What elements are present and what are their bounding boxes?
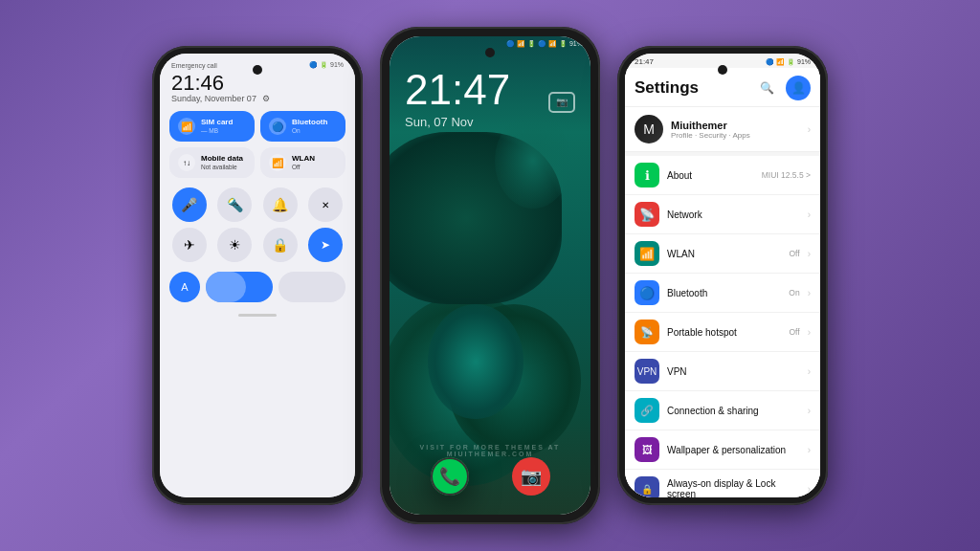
settings-item-network[interactable]: 📡 Network › — [625, 195, 820, 234]
cc-quick-buttons: 🎤 🔦 🔔 ✕ ✈ ☀ 🔒 ➤ — [160, 184, 355, 266]
wlan-icon: 📶 — [269, 154, 286, 171]
settings-item-hotspot[interactable]: 📡 Portable hotspot Off › — [625, 313, 820, 352]
hotspot-icon: 📡 — [635, 320, 659, 344]
settings-profile[interactable]: M Miuithemer Profile · Security · Apps › — [625, 107, 820, 152]
wallpaper-label: Wallpaper & personalization — [667, 445, 800, 455]
cc-btn-screen[interactable]: ✕ — [308, 187, 343, 222]
wlan-text: WLAN — [667, 249, 781, 259]
cc-tile-sim[interactable]: 📶 SIM card — MB — [169, 111, 255, 142]
cc-tile-wlan-text: WLAN Off — [292, 154, 337, 170]
cc-date: Sunday, November 07 ⚙ — [160, 94, 355, 111]
cc-tile-mobile-title: Mobile data — [201, 154, 246, 164]
settings-item-wlan[interactable]: 📶 WLAN Off › — [625, 234, 820, 274]
aod-label: Always-on display & Lock screen — [667, 478, 800, 497]
cc-btn-airplane[interactable]: ✈ — [172, 228, 207, 262]
control-center: Emergency call 🔵 🔋 91% 21:46 Sunday, Nov… — [160, 54, 355, 497]
sim-icon: 📶 — [178, 118, 195, 135]
lock-date: Sun, 07 Nov — [390, 111, 590, 133]
cc-tile-wlan[interactable]: 📶 WLAN Off — [260, 147, 345, 178]
control-center-screen: Emergency call 🔵 🔋 91% 21:46 Sunday, Nov… — [160, 54, 355, 497]
cc-tile-mobile[interactable]: ↑↓ Mobile data Not available — [169, 147, 255, 178]
settings-search-icon[interactable]: 🔍 — [755, 77, 778, 99]
cc-tiles-grid: 📶 SIM card — MB 🔵 Bluetooth On ↑↓ — [160, 111, 355, 184]
cc-tile-sim-sub: — MB — [201, 127, 246, 135]
cc-btn-torch[interactable]: 🔦 — [217, 187, 252, 222]
cc-time: 21:46 — [160, 73, 355, 94]
cc-tile-bt-text: Bluetooth On — [292, 118, 337, 134]
punch-hole-3 — [718, 65, 727, 75]
settings-screen-display: 21:47 🔵📶🔋91% Settings 🔍 👤 M Miuithemer P — [625, 54, 820, 497]
vpn-chevron: › — [808, 366, 811, 377]
lock-screen-display: 🔵 📶 🔋 🔵 📶 🔋 91% 21:47 Sun, 07 Nov 📷 VISI… — [390, 36, 590, 515]
cc-slider-row: A — [160, 266, 355, 308]
cc-tile-wlan-sub: Off — [292, 164, 337, 171]
cc-btn-brightness[interactable]: ☀ — [217, 228, 252, 262]
phone-lock-screen: 🔵 📶 🔋 🔵 📶 🔋 91% 21:47 Sun, 07 Nov 📷 VISI… — [380, 27, 600, 524]
settings-screen: 21:47 🔵📶🔋91% Settings 🔍 👤 M Miuithemer P — [625, 54, 820, 497]
wlan-chevron: › — [808, 249, 811, 259]
lock-camera-icon[interactable]: 📷 — [548, 92, 575, 113]
settings-item-vpn[interactable]: VPN VPN › — [625, 352, 820, 391]
profile-name: Miuithemer — [671, 120, 800, 131]
cc-tile-sim-text: SIM card — MB — [201, 118, 246, 134]
settings-title: Settings — [635, 78, 699, 98]
lock-phone-btn[interactable]: 📞 — [431, 457, 469, 496]
bluetooth-settings-icon: 🔵 — [635, 280, 659, 305]
cc-tile-bt-title: Bluetooth — [292, 118, 337, 127]
hotspot-text: Portable hotspot — [667, 327, 781, 338]
lock-bottom-apps: 📞 📷 — [390, 457, 590, 496]
cc-volume-slider[interactable] — [278, 272, 345, 302]
cc-tile-sim-title: SIM card — [201, 118, 246, 127]
hotspot-chevron: › — [808, 327, 811, 338]
wallpaper-chevron: › — [808, 445, 811, 455]
cc-home-bar — [238, 314, 277, 317]
about-text: About — [667, 170, 754, 181]
network-label: Network — [667, 209, 800, 220]
punch-hole-2 — [485, 48, 495, 57]
profile-chevron: › — [808, 124, 811, 135]
cc-btn-mic[interactable]: 🎤 — [172, 187, 207, 222]
settings-item-connection[interactable]: 🔗 Connection & sharing › — [625, 391, 820, 430]
bluetooth-label: Bluetooth — [667, 288, 781, 298]
aod-icon: 🔒 — [635, 476, 659, 497]
punch-hole — [253, 65, 262, 75]
about-icon: ℹ — [635, 163, 659, 187]
profile-info: Miuithemer Profile · Security · Apps — [671, 120, 800, 140]
settings-item-about[interactable]: ℹ About MIUI 12.5.5 > — [625, 156, 820, 195]
wlan-value: Off — [789, 249, 799, 258]
cc-btn-lock[interactable]: 🔒 — [263, 228, 298, 262]
connection-icon: 🔗 — [635, 398, 659, 423]
hotspot-label: Portable hotspot — [667, 327, 781, 338]
cc-slider-fill — [206, 272, 246, 302]
hotspot-value: Off — [789, 327, 799, 337]
settings-item-bluetooth[interactable]: 🔵 Bluetooth On › — [625, 274, 820, 313]
settings-avatar[interactable]: 👤 — [786, 76, 811, 100]
cc-emergency: Emergency call — [171, 62, 217, 69]
about-label: About — [667, 170, 754, 181]
profile-avatar: M — [635, 115, 663, 143]
vpn-icon: VPN — [635, 359, 659, 384]
cc-btn-location[interactable]: ➤ — [308, 228, 343, 262]
cc-app-btn[interactable]: A — [169, 272, 200, 302]
settings-time: 21:47 — [635, 57, 654, 66]
lock-camera-btn[interactable]: 📷 — [512, 457, 550, 496]
cc-tile-wlan-title: WLAN — [292, 154, 337, 164]
cc-btn-bell[interactable]: 🔔 — [263, 187, 298, 222]
cc-tile-bt-sub: On — [292, 127, 337, 135]
cc-tile-bluetooth[interactable]: 🔵 Bluetooth On — [260, 111, 345, 142]
settings-status-icons: 🔵📶🔋91% — [766, 58, 811, 66]
settings-list: ℹ About MIUI 12.5.5 > 📡 Network › 📶 — [625, 156, 820, 497]
wlan-label: WLAN — [667, 249, 781, 259]
mobile-data-icon: ↑↓ — [178, 154, 195, 171]
settings-header-icons: 🔍 👤 — [755, 76, 811, 100]
phone-control-center: Emergency call 🔵 🔋 91% 21:46 Sunday, Nov… — [152, 46, 363, 505]
settings-item-wallpaper[interactable]: 🖼 Wallpaper & personalization › — [625, 430, 820, 470]
settings-item-aod[interactable]: 🔒 Always-on display & Lock screen › — [625, 470, 820, 497]
wallpaper-icon: 🖼 — [635, 437, 659, 462]
bluetooth-icon: 🔵 — [269, 118, 286, 135]
about-value: MIUI 12.5.5 > — [762, 170, 811, 180]
cc-brightness-slider[interactable] — [206, 272, 273, 302]
profile-sub: Profile · Security · Apps — [671, 131, 800, 140]
phone-settings: 21:47 🔵📶🔋91% Settings 🔍 👤 M Miuithemer P — [617, 46, 828, 505]
bluetooth-value: On — [789, 288, 799, 298]
